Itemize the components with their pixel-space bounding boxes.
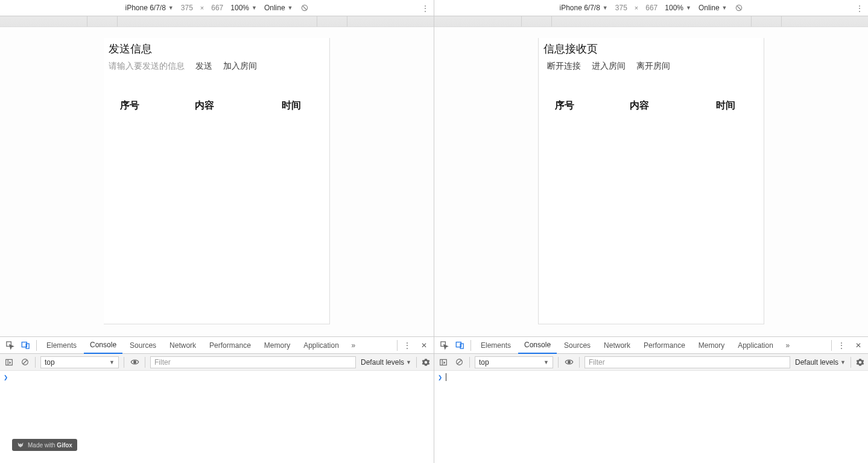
clear-console-icon[interactable]: [19, 357, 30, 368]
more-tabs-icon[interactable]: »: [781, 338, 795, 353]
toggle-device-toolbar-icon[interactable]: [18, 338, 33, 353]
leave-room-button[interactable]: 离开房间: [636, 61, 670, 72]
tab-memory[interactable]: Memory: [692, 337, 730, 354]
enter-room-button[interactable]: 进入房间: [592, 61, 626, 72]
kebab-menu-icon[interactable]: ⋮: [856, 0, 863, 16]
devtools-tabs: Elements Console Sources Network Perform…: [0, 337, 434, 354]
join-room-button[interactable]: 加入房间: [223, 61, 257, 72]
devtools-tabs: Elements Console Sources Network Perform…: [434, 337, 868, 354]
console-toolbar: top▼ Filter Default levels▼: [434, 354, 868, 371]
zoom-select[interactable]: 100%▼: [230, 4, 257, 12]
device-width[interactable]: 375: [181, 4, 193, 12]
console-toolbar: top▼ Filter Default levels▼: [0, 354, 434, 371]
log-levels-select[interactable]: Default levels▼: [795, 358, 846, 367]
context-select[interactable]: top▼: [475, 356, 553, 368]
rotate-icon[interactable]: [735, 4, 743, 12]
divider: [558, 357, 559, 368]
tab-elements[interactable]: Elements: [475, 337, 517, 354]
tab-sources[interactable]: Sources: [124, 337, 162, 354]
tab-memory[interactable]: Memory: [258, 337, 296, 354]
page-title: 信息接收页: [539, 38, 764, 58]
tab-performance[interactable]: Performance: [203, 337, 257, 354]
divider: [35, 357, 36, 368]
send-button[interactable]: 发送: [195, 61, 212, 72]
col-time-header: 时间: [258, 99, 325, 112]
clear-console-icon[interactable]: [454, 357, 464, 368]
gifox-watermark: Made with Gifox: [12, 439, 77, 451]
console-output[interactable]: ❯: [434, 371, 868, 463]
console-sidebar-toggle-icon[interactable]: [438, 357, 449, 368]
inspect-element-icon[interactable]: [2, 338, 17, 353]
console-settings-icon[interactable]: [422, 358, 430, 367]
tab-performance[interactable]: Performance: [638, 337, 691, 354]
live-expression-icon[interactable]: [563, 357, 574, 368]
col-index-header: 序号: [543, 99, 586, 112]
devtools-menu-icon[interactable]: ⋮: [834, 338, 849, 353]
rotate-icon[interactable]: [300, 4, 309, 12]
console-sidebar-toggle-icon[interactable]: [4, 357, 14, 368]
devtools-panel: Elements Console Sources Network Perform…: [434, 336, 868, 463]
context-select[interactable]: top▼: [40, 356, 119, 368]
devtools-menu-icon[interactable]: ⋮: [400, 338, 414, 353]
fox-icon: [17, 441, 24, 449]
col-content-header: 内容: [586, 99, 692, 112]
svg-line-11: [737, 6, 741, 10]
device-height[interactable]: 667: [211, 4, 223, 12]
col-content-header: 内容: [151, 99, 258, 112]
device-select[interactable]: iPhone 6/7/8▼: [559, 4, 607, 12]
divider: [469, 357, 470, 368]
disconnect-button[interactable]: 断开连接: [547, 61, 581, 72]
ruler-strip[interactable]: [0, 16, 434, 27]
divider: [831, 340, 832, 351]
kebab-menu-icon[interactable]: ⋮: [422, 0, 429, 16]
table-header-row: 序号 内容 时间: [104, 72, 329, 116]
svg-point-9: [133, 361, 136, 364]
cursor: [446, 373, 446, 381]
gifox-text: Made with Gifox: [28, 442, 72, 449]
inspect-element-icon[interactable]: [437, 338, 451, 353]
tab-application[interactable]: Application: [297, 337, 345, 354]
filter-input[interactable]: Filter: [150, 356, 356, 368]
filter-input[interactable]: Filter: [584, 356, 790, 368]
tab-network[interactable]: Network: [163, 337, 202, 354]
tab-application[interactable]: Application: [732, 337, 779, 354]
viewport-area: 信息接收页 断开连接 进入房间 离开房间 序号 内容 时间: [434, 27, 868, 336]
dimension-separator: ×: [200, 4, 204, 11]
phone-frame: 发送信息 请输入要发送的信息 发送 加入房间 序号 内容 时间: [104, 38, 330, 324]
svg-rect-15: [440, 359, 447, 365]
console-prompt-icon: ❯: [4, 373, 8, 382]
tab-network[interactable]: Network: [598, 337, 636, 354]
viewport-area: 发送信息 请输入要发送的信息 发送 加入房间 序号 内容 时间: [0, 27, 434, 336]
network-select[interactable]: Online▼: [264, 4, 293, 12]
page-title: 发送信息: [104, 38, 329, 58]
divider: [124, 357, 124, 368]
divider: [851, 357, 851, 368]
log-levels-select[interactable]: Default levels▼: [361, 358, 411, 367]
console-settings-icon[interactable]: [856, 358, 864, 367]
divider: [397, 340, 398, 351]
tab-console[interactable]: Console: [518, 337, 557, 354]
ruler-strip[interactable]: [434, 16, 868, 27]
divider: [145, 357, 145, 368]
svg-point-19: [568, 361, 570, 364]
toggle-device-toolbar-icon[interactable]: [452, 338, 467, 353]
divider: [579, 357, 580, 368]
live-expression-icon[interactable]: [129, 357, 140, 368]
phone-frame: 信息接收页 断开连接 进入房间 离开房间 序号 内容 时间: [538, 38, 764, 324]
tab-sources[interactable]: Sources: [558, 337, 597, 354]
network-select[interactable]: Online▼: [699, 4, 727, 12]
more-tabs-icon[interactable]: »: [346, 338, 361, 353]
close-devtools-icon[interactable]: ✕: [417, 338, 431, 353]
device-width[interactable]: 375: [615, 4, 627, 12]
divider: [36, 340, 37, 351]
zoom-select[interactable]: 100%▼: [665, 4, 691, 12]
device-toolbar: iPhone 6/7/8▼ 375 × 667 100%▼ Online▼ ⋮: [434, 0, 868, 16]
close-devtools-icon[interactable]: ✕: [851, 338, 866, 353]
tab-elements[interactable]: Elements: [40, 337, 83, 354]
device-toolbar: iPhone 6/7/8▼ 375 × 667 100%▼ Online▼ ⋮: [0, 0, 434, 16]
device-select[interactable]: iPhone 6/7/8▼: [125, 4, 173, 12]
device-height[interactable]: 667: [645, 4, 657, 12]
message-input[interactable]: 请输入要发送的信息: [109, 61, 185, 72]
tab-console[interactable]: Console: [84, 337, 122, 354]
console-prompt-icon: ❯: [438, 373, 442, 382]
